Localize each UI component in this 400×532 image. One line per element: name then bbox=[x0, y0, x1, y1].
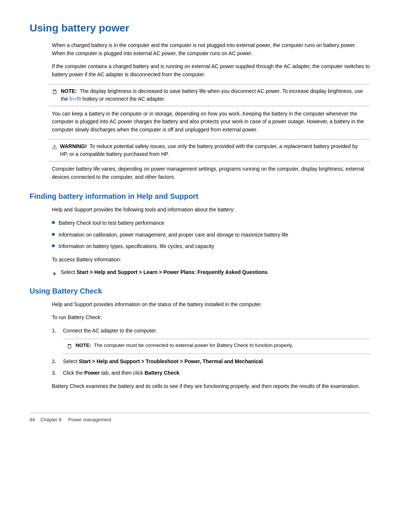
warning-box: ⚠ WARNING! To reduce potential safety is… bbox=[48, 139, 370, 161]
access-label: To access Battery information: bbox=[52, 256, 370, 264]
list-item: Information on battery types, specificat… bbox=[52, 242, 370, 251]
intro-para-1: When a charged battery is in the compute… bbox=[52, 41, 370, 57]
intro-para-3: You can keep a battery in the computer o… bbox=[52, 110, 370, 134]
warning-text: WARNING! To reduce potential safety issu… bbox=[60, 143, 367, 158]
note-icon-1: 🗒 bbox=[52, 88, 58, 97]
note-box-1: 🗒 NOTE: The display brightness is decrea… bbox=[48, 84, 370, 106]
bullet-dot bbox=[52, 244, 55, 247]
list-item: Battery Check tool to test battery perfo… bbox=[52, 219, 370, 227]
bullet-dot bbox=[52, 221, 55, 224]
run-label: To run Battery Check: bbox=[52, 314, 370, 322]
note-box-2: 🗒 NOTE: The computer must be connected t… bbox=[63, 339, 370, 354]
footer-chapter-label: Power management bbox=[68, 417, 111, 422]
page-title: Using battery power bbox=[30, 22, 370, 34]
footer: 84 Chapter 8 Power management bbox=[30, 413, 370, 422]
access-step-text: Select Start > Help and Support > Learn … bbox=[61, 269, 269, 275]
footer-chapter: Chapter 8 bbox=[40, 417, 61, 422]
step-3: 3. Click the Power tab, and then click B… bbox=[52, 369, 370, 377]
note-text-2: NOTE: The computer must be connected to … bbox=[76, 342, 293, 349]
step-2: 2. Select Start > Help and Support > Tro… bbox=[52, 358, 370, 366]
battery-check-steps: 1. Connect the AC adapter to the compute… bbox=[52, 327, 370, 377]
intro-para-2: If the computer contains a charged batte… bbox=[52, 63, 370, 78]
note-icon-2: 🗒 bbox=[67, 342, 73, 351]
finding-bullet-list: Battery Check tool to test battery perfo… bbox=[52, 219, 370, 251]
conclusion: Battery Check examines the battery and i… bbox=[52, 382, 370, 391]
triangle-icon: ▲ bbox=[52, 270, 57, 276]
footer-page-num: 84 bbox=[30, 417, 35, 422]
note-text-1: NOTE: The display brightness is decrease… bbox=[61, 87, 367, 103]
access-step: ▲ Select Start > Help and Support > Lear… bbox=[52, 269, 370, 276]
bullet-dot bbox=[52, 233, 55, 236]
battery-check-intro: Help and Support provides information on… bbox=[52, 301, 370, 309]
intro-para-4: Computer battery life varies, depending … bbox=[52, 165, 370, 181]
battery-check-section-title: Using Battery Check bbox=[30, 287, 370, 295]
list-item: Information on calibration, power manage… bbox=[52, 231, 370, 239]
finding-section-title: Finding battery information in Help and … bbox=[30, 192, 370, 201]
warning-icon: ⚠ bbox=[52, 143, 57, 152]
finding-intro: Help and Support provides the following … bbox=[52, 206, 370, 214]
step-1: 1. Connect the AC adapter to the compute… bbox=[52, 327, 370, 335]
